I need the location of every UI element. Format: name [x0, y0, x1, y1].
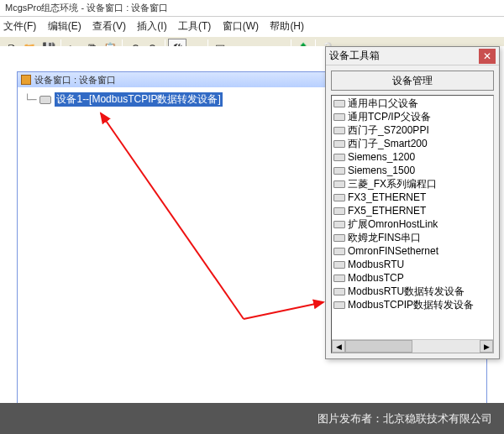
list-item[interactable]: Siemens_1200 — [333, 150, 491, 164]
device-icon — [333, 140, 345, 148]
window-icon — [21, 75, 31, 85]
device-list[interactable]: 通用串口父设备通用TCP/IP父设备西门子_S7200PPI西门子_Smart2… — [331, 95, 494, 353]
scroll-track[interactable] — [345, 340, 480, 353]
device-item-label: OmronFINSethernet — [348, 245, 438, 257]
device-item-label: Siemens_1500 — [348, 165, 415, 176]
device-item-label: ModbusRTU — [348, 259, 404, 270]
device-icon — [333, 154, 345, 161]
list-item[interactable]: ModbusRTU — [333, 258, 491, 271]
device-toolbox-panel: 设备工具箱 ✕ 设备管理 通用串口父设备通用TCP/IP父设备西门子_S7200… — [325, 46, 500, 359]
list-item[interactable]: 西门子_Smart200 — [333, 137, 491, 150]
menu-help[interactable]: 帮助(H) — [270, 20, 304, 32]
device-item-label: 扩展OmronHostLink — [348, 217, 438, 232]
device-item-label: 西门子_Smart200 — [348, 137, 428, 151]
list-item[interactable]: FX3_ETHERNET — [333, 191, 491, 204]
list-item[interactable]: 三菱_FX系列编程口 — [333, 177, 491, 191]
list-item[interactable]: 通用TCP/IP父设备 — [333, 110, 491, 123]
device-icon — [333, 261, 345, 269]
device-item-label: 通用TCP/IP父设备 — [348, 110, 431, 124]
list-item[interactable]: ModbusTCP — [333, 271, 491, 285]
device-item-label: FX5_ETHERNET — [348, 205, 426, 217]
device-icon — [333, 288, 345, 295]
menu-insert[interactable]: 插入(I) — [137, 20, 166, 32]
list-item[interactable]: 通用串口父设备 — [333, 97, 491, 110]
device-item-label: FX3_ETHERNET — [348, 191, 426, 203]
device-icon — [333, 275, 345, 282]
list-item[interactable]: 欧姆龙FINS串口 — [333, 231, 491, 244]
child-window-title: 设备窗口 : 设备窗口 — [34, 74, 116, 86]
device-icon — [333, 100, 345, 107]
close-button[interactable]: ✕ — [479, 49, 496, 64]
scroll-left-icon[interactable]: ◀ — [332, 340, 345, 353]
list-item[interactable]: 西门子_S7200PPI — [333, 123, 491, 137]
device-icon — [333, 234, 345, 242]
device-icon — [333, 113, 345, 121]
device-icon — [333, 248, 345, 255]
device-management-button[interactable]: 设备管理 — [331, 71, 494, 91]
device-item-label: 西门子_S7200PPI — [348, 123, 429, 138]
horizontal-scrollbar[interactable]: ◀ ▶ — [332, 339, 493, 353]
toolbox-title: 设备工具箱 — [329, 49, 380, 63]
menu-view[interactable]: 查看(V) — [92, 20, 126, 32]
publisher-text: 图片发布者：北京稳联技术有限公司 — [318, 411, 492, 426]
device-item-label: 三菱_FX系列编程口 — [348, 177, 437, 191]
list-item[interactable]: FX5_ETHERNET — [333, 204, 491, 217]
menu-edit[interactable]: 编辑(E) — [48, 20, 81, 32]
device-item-label: 通用串口父设备 — [348, 97, 418, 111]
list-item[interactable]: ModbusRTU数据转发设备 — [333, 285, 491, 298]
scroll-right-icon[interactable]: ▶ — [480, 340, 493, 353]
menu-tools[interactable]: 工具(T) — [178, 20, 211, 32]
list-item[interactable]: Siemens_1500 — [333, 164, 491, 177]
list-item[interactable]: OmronFINSethernet — [333, 244, 491, 258]
toolbox-body: 设备管理 通用串口父设备通用TCP/IP父设备西门子_S7200PPI西门子_S… — [326, 65, 499, 358]
app-title: McgsPro组态环境 - 设备窗口 : 设备窗口 — [5, 3, 168, 13]
device-icon — [39, 96, 51, 104]
device-item-label: Siemens_1200 — [348, 151, 415, 163]
scroll-thumb[interactable] — [345, 340, 412, 353]
device-icon — [333, 180, 345, 188]
device-item-label: 欧姆龙FINS串口 — [348, 231, 421, 245]
tree-item-label[interactable]: 设备1--[ModbusTCPIP数据转发设备] — [55, 92, 222, 107]
toolbox-titlebar[interactable]: 设备工具箱 ✕ — [326, 47, 499, 65]
device-icon — [333, 207, 345, 215]
device-item-label: ModbusTCPIP数据转发设备 — [348, 298, 474, 312]
device-item-label: ModbusRTU数据转发设备 — [348, 285, 465, 299]
device-item-label: ModbusTCP — [348, 272, 404, 284]
device-icon — [333, 127, 345, 134]
tree-branch-icon: └─ — [24, 94, 36, 106]
menu-window[interactable]: 窗口(W) — [223, 20, 259, 32]
device-icon — [333, 301, 345, 309]
list-item[interactable]: ModbusTCPIP数据转发设备 — [333, 298, 491, 311]
app-titlebar: McgsPro组态环境 - 设备窗口 : 设备窗口 — [0, 0, 504, 17]
list-item[interactable]: 扩展OmronHostLink — [333, 217, 491, 231]
device-icon — [333, 167, 345, 175]
device-icon — [333, 194, 345, 201]
footer: 图片发布者：北京稳联技术有限公司 — [0, 403, 504, 434]
menubar: 文件(F) 编辑(E) 查看(V) 插入(I) 工具(T) 窗口(W) 帮助(H… — [0, 17, 504, 36]
menu-file[interactable]: 文件(F) — [3, 20, 36, 32]
device-icon — [333, 221, 345, 228]
